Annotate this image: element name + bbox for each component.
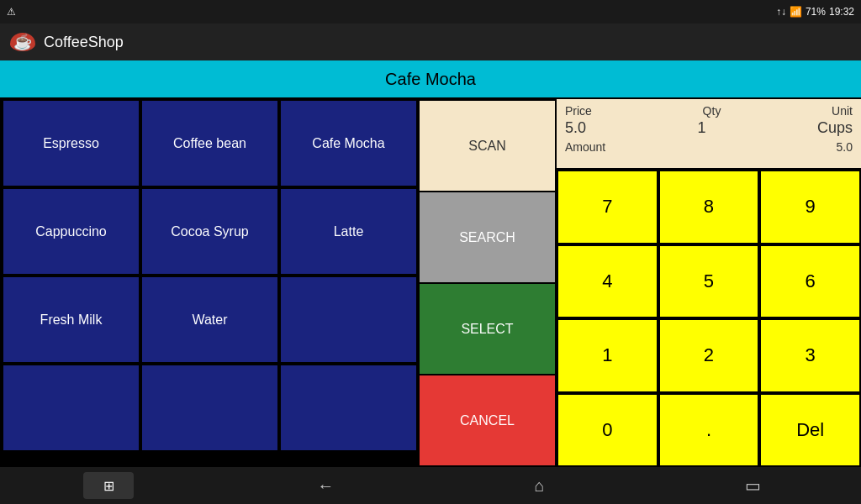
numpad-key-1[interactable]: 1 [557,318,658,393]
product-grid: EspressoCoffee beanCafe MochaCappuccinoC… [0,97,418,467]
nav-bar: ⊞ ← ⌂ ▭ [0,467,861,504]
qty-value: 1 [697,119,705,137]
recent-button[interactable]: ▭ [728,470,778,501]
product-btn-cappuccino[interactable]: Cappuccino [2,187,140,276]
price-label: Price [565,104,592,118]
header-banner: Cafe Mocha [0,60,861,97]
app-title: CoffeeShop [44,34,124,51]
app-icon: ☕ [10,33,35,51]
search-button[interactable]: SEARCH [418,192,557,284]
product-btn-latte[interactable]: Latte [279,187,418,276]
product-btn-empty2[interactable] [2,364,140,452]
product-btn-empty4[interactable] [279,364,418,452]
status-bar: ⚠ ↑↓ 📶 71% 19:32 [0,0,861,24]
numpad-key-7[interactable]: 7 [557,170,658,244]
home-button[interactable]: ⌂ [518,471,562,501]
scan-button[interactable]: SCAN [418,99,557,192]
product-btn-fresh-milk[interactable]: Fresh Milk [2,276,140,364]
product-btn-espresso[interactable]: Espresso [2,99,140,187]
numpad-key-8[interactable]: 8 [658,170,760,244]
qty-label: Qty [703,104,721,118]
numpad-key-4[interactable]: 4 [557,244,658,319]
amount-label: Amount [565,140,605,154]
status-right: ↑↓ 📶 71% 19:32 [776,6,854,18]
product-btn-water[interactable]: Water [140,276,279,364]
numpad-key-Del[interactable]: Del [759,393,861,468]
select-button[interactable]: SELECT [418,284,557,375]
numpad-key-0[interactable]: 0 [557,393,658,468]
numpad-key-2[interactable]: 2 [658,318,760,393]
main-content: Cafe Mocha EspressoCoffee beanCafe Mocha… [0,60,861,467]
cancel-button[interactable]: CANCEL [418,375,557,467]
price-value: 5.0 [565,119,586,137]
numpad-key-9[interactable]: 9 [759,170,861,244]
numpad-key-5[interactable]: 5 [658,244,760,319]
wifi-icon: 📶 [790,6,802,18]
warning-icon: ⚠ [7,6,16,18]
qr-button[interactable]: ⊞ [83,472,134,499]
right-panel: Price Qty Unit 5.0 1 Cups Amount 5.0 789… [557,97,861,467]
amount-value: 5.0 [837,140,853,154]
product-btn-empty1[interactable] [279,276,418,364]
numpad-key-dot[interactable]: . [658,393,760,468]
numpad-key-3[interactable]: 3 [759,318,861,393]
content-area: EspressoCoffee beanCafe MochaCappuccinoC… [0,97,861,467]
product-btn-cafe-mocha[interactable]: Cafe Mocha [279,99,418,187]
action-buttons: SCAN SEARCH SELECT CANCEL [418,97,557,467]
selected-product-title: Cafe Mocha [385,70,476,89]
title-bar: ☕ CoffeeShop [0,24,861,60]
clock: 19:32 [829,6,854,18]
battery-level: 71% [806,6,826,18]
numpad-key-6[interactable]: 6 [759,244,861,319]
product-btn-coffee-bean[interactable]: Coffee bean [140,99,279,187]
product-btn-empty3[interactable] [140,364,279,452]
status-left: ⚠ [7,6,16,18]
product-btn-cocoa-syrup[interactable]: Cocoa Syrup [140,187,279,276]
info-area: Price Qty Unit 5.0 1 Cups Amount 5.0 [557,99,861,170]
unit-label: Unit [832,104,853,118]
back-button[interactable]: ← [300,471,351,501]
numpad: 7894561230.Del [557,170,861,467]
unit-value: Cups [817,119,853,137]
signal-icon: ↑↓ [776,6,786,18]
